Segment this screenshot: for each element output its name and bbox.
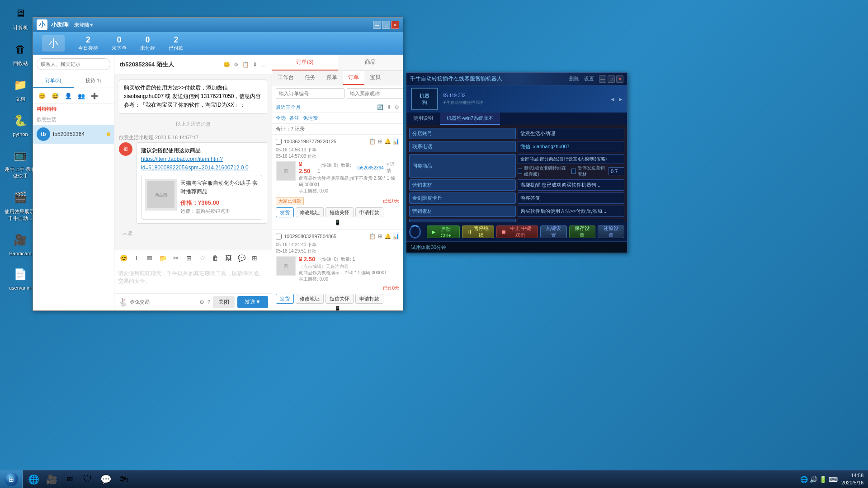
person-icon-btn[interactable]: 👤 [63, 90, 74, 101]
nav-tab-tasks[interactable]: 任务 [299, 71, 321, 85]
close-chat-btn[interactable]: 关闭 [213, 296, 235, 308]
maximize-button[interactable]: □ [382, 21, 390, 29]
heart-btn[interactable]: ♡ [197, 253, 208, 263]
emoji-btn[interactable]: 😊 [118, 253, 129, 263]
start-button[interactable]: ⊞ [0, 470, 23, 488]
order-detail-icon[interactable]: ≡ 详情 [387, 161, 399, 174]
robot-material2-input[interactable] [520, 209, 622, 214]
chat-more-icon[interactable]: … [261, 61, 266, 68]
robot-tab-version[interactable]: 机器狗-win7系统版本 [440, 113, 500, 125]
robot-tab-guide[interactable]: 使用说明 [406, 113, 440, 125]
folder-btn[interactable]: 📁 [157, 253, 168, 263]
robot-label-material1[interactable]: 营销素材 [409, 179, 516, 191]
robot-number-input[interactable] [609, 167, 624, 175]
nav-tab-tracking[interactable]: 跟单 [321, 71, 343, 85]
smile-icon-btn[interactable]: 😅 [50, 90, 61, 101]
image-btn[interactable]: 🖼 [223, 253, 234, 263]
copy-btn[interactable]: ⊞ [184, 253, 194, 263]
robot-maximize-btn[interactable]: □ [608, 75, 615, 83]
robot-label-products[interactable]: 同类商品 [409, 154, 516, 178]
taskbar-360[interactable]: 🛡 [79, 471, 96, 488]
emoji-icon-btn[interactable]: 😊 [37, 90, 47, 101]
desktop-icon-computer[interactable]: 🖥 计算机 [5, 5, 36, 31]
prev-btn[interactable]: ◀ [611, 97, 614, 102]
mail-btn[interactable]: ✉ [144, 253, 155, 263]
sms-btn-1[interactable]: 短信关怀 [326, 207, 354, 217]
order-checkbox-1[interactable] [276, 139, 282, 145]
order-checkbox-2[interactable] [276, 234, 282, 239]
more-btn[interactable]: ⊞ [249, 253, 260, 263]
sidebar-tab-orders[interactable]: 订单(3) [33, 74, 74, 88]
desktop-icon-recycle[interactable]: 🗑 回收站 [5, 40, 36, 67]
sidebar-tab-reception[interactable]: 接待 1↓ [74, 74, 114, 88]
settings-link[interactable]: 设置 [584, 75, 594, 83]
desktop-icon-python[interactable]: 🐍 python [5, 112, 36, 137]
robot-checkbox-1[interactable] [518, 169, 522, 174]
taskbar-taobao[interactable]: 🛍 [115, 471, 132, 488]
ship-btn-1[interactable]: 发货 [276, 207, 294, 217]
robot-label-material2[interactable]: 营销素材 [409, 206, 516, 217]
taskbar-chrome[interactable]: 🌐 [25, 471, 42, 488]
robot-label-visitor[interactable]: 金剑限皮卡丘 [409, 192, 516, 204]
desktop-icon-effect[interactable]: 🎬 使用效果展示·千牛自动... [5, 188, 36, 222]
help-icon[interactable]: ? [207, 299, 210, 305]
robot-minimize-btn[interactable]: — [599, 75, 606, 83]
settings-icon[interactable]: ⚙ [199, 299, 204, 305]
close-button[interactable]: ✕ [391, 21, 399, 29]
chat-gear-icon[interactable]: ⚙ [234, 61, 239, 68]
scissor-btn[interactable]: ✂ [170, 253, 181, 263]
taskbar-163mail[interactable]: ✉ [61, 471, 78, 488]
add-icon-btn[interactable]: ➕ [89, 90, 100, 101]
robot-close-btn[interactable]: ✕ [616, 75, 623, 83]
all-filter-btn[interactable]: 全选 [276, 115, 286, 122]
robot-checkbox-pause[interactable] [571, 169, 576, 174]
robot-account-input[interactable] [520, 131, 622, 136]
send-btn[interactable]: 发送▼ [237, 296, 268, 308]
order-search-input[interactable] [276, 88, 344, 99]
next-btn[interactable]: ▶ [619, 97, 623, 102]
buyer-search-input[interactable] [347, 88, 403, 99]
order-tab-products[interactable]: 商品 [338, 55, 403, 70]
note-filter-btn[interactable]: 备注 [289, 115, 299, 122]
pause-btn[interactable]: ⏸ 暂停继续 [462, 225, 494, 238]
message-link[interactable]: https://item.taobao.com/item.htm?id=6180… [141, 156, 249, 171]
search-input[interactable] [37, 58, 110, 70]
taskbar-bandicam[interactable]: 🎥 [43, 471, 60, 488]
ship-btn-2[interactable]: 发货 [276, 294, 294, 304]
start-btn[interactable]: ▶ 启动 Ctrl+ [427, 225, 460, 238]
date-filter-btn[interactable]: 最近三个月 [276, 104, 301, 111]
group-icon-btn[interactable]: 👥 [76, 90, 87, 101]
chat-down-icon[interactable]: ⬇ [253, 61, 257, 68]
taskbar-wechat[interactable]: 💬 [97, 471, 114, 488]
desktop-icon-bandicam[interactable]: 🎥 Bandicam [5, 231, 36, 256]
delete-btn[interactable]: 🗑 [210, 253, 221, 263]
contact-item-tb520[interactable]: tb tb520852364 [33, 125, 114, 144]
hotkey-btn[interactable]: 热键设置 [540, 225, 567, 238]
desktop-icon-learn[interactable]: 📺 趣手上手·教你做快手 [5, 146, 36, 179]
desktop-icon-uservar[interactable]: 📄 uservar.ini [5, 265, 36, 291]
reset-settings-btn[interactable]: 还原设置 [598, 225, 624, 238]
address-btn-1[interactable]: 修改地址 [296, 207, 324, 217]
chat-clip-icon[interactable]: 📋 [242, 61, 249, 68]
robot-label-account[interactable]: 分店账号 [409, 128, 516, 139]
stop-btn[interactable]: ⏹ 中止 中键双击 [496, 225, 538, 238]
nav-tab-workbench[interactable]: 工作台 [272, 71, 299, 85]
free-shipping-btn[interactable]: 免运费 [303, 115, 318, 122]
sms-btn-2[interactable]: 短信关怀 [326, 294, 354, 304]
delete-link[interactable]: 删除 [569, 75, 579, 83]
order-tab-orders[interactable]: 订单(3) [272, 55, 338, 70]
refresh-icon[interactable]: 🔄 [377, 104, 383, 110]
payment-btn-2[interactable]: 申请打款 [355, 294, 383, 304]
text-btn[interactable]: T [131, 253, 142, 263]
robot-label-assistant[interactable]: 金剑限皮卡丘小助理|等等 [409, 219, 516, 222]
payment-btn-1[interactable]: 申请打款 [355, 207, 383, 217]
address-btn-2[interactable]: 修改地址 [296, 294, 324, 304]
nav-tab-orders[interactable]: 订单 [343, 71, 364, 85]
robot-visitor-input[interactable] [520, 196, 622, 201]
voice-btn[interactable]: 💬 [236, 253, 247, 263]
desktop-icon-documents[interactable]: 📁 文档 [5, 76, 36, 103]
robot-label-phone[interactable]: 联系电话 [409, 141, 516, 152]
order-copy-icon[interactable]: 📋 [369, 138, 376, 145]
chat-input[interactable]: 请勿使用旺旺聊天，千牛以外的其它聊天工具，以确保沟通、交易的安全。 [114, 266, 272, 293]
nav-tab-products[interactable]: 宝贝 [364, 71, 386, 85]
